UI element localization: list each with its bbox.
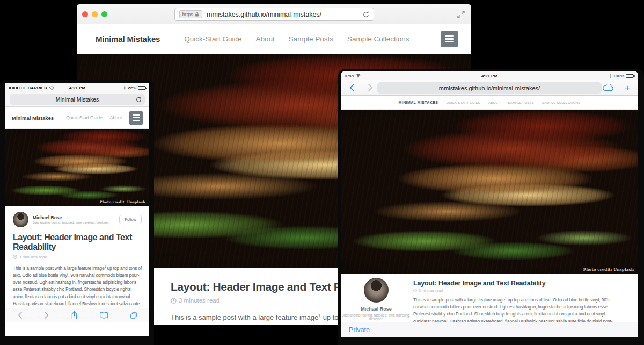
lock-icon: [195, 12, 199, 17]
battery-percent-label: 100%: [613, 74, 624, 78]
site-title[interactable]: Minimal Mistakes: [399, 100, 438, 104]
ipad-url-field[interactable]: mmistakes.github.io/minimal-mistakes/: [377, 82, 602, 94]
nav-link-about[interactable]: About: [110, 115, 122, 120]
nav-link-sample-posts[interactable]: Sample Posts: [508, 101, 534, 104]
nav-link-quick-start[interactable]: Quick-Start Guide: [66, 115, 103, 120]
clock-icon: [13, 255, 17, 259]
forward-button[interactable]: [44, 311, 49, 319]
battery-icon: [138, 86, 146, 90]
clock-icon: [171, 298, 177, 304]
author-row: Michael Rose Just another boring, tattoo…: [13, 212, 142, 227]
bookmarks-icon[interactable]: [99, 312, 108, 319]
author-name: Michael Rose: [33, 215, 109, 220]
refresh-icon[interactable]: [363, 11, 369, 18]
safari-bottom-toolbar: [5, 308, 149, 322]
carrier-label: CARRIER: [28, 85, 47, 90]
bluetooth-icon: [123, 85, 126, 90]
safari-toolbar: mmistakes.github.io/minimal-mistakes/ +: [341, 80, 638, 96]
menu-hamburger-button[interactable]: [129, 111, 143, 125]
author-name: Michael Rose: [341, 306, 411, 312]
author-avatar: [13, 212, 28, 227]
cell-signal-dots-icon: [9, 85, 26, 90]
feature-image-leaves: Photo credit: Unsplash: [5, 129, 149, 206]
composite-stage: https mmistakes.github.io/minimal-mistak…: [0, 0, 644, 345]
author-sidebar: Michael Rose Just another boring, tattoo…: [341, 274, 411, 322]
desktop-site-masthead: Minimal Mistakes Quick-Start Guide About…: [77, 24, 471, 54]
back-button[interactable]: [349, 83, 355, 92]
refresh-icon[interactable]: [136, 97, 142, 103]
minimize-window-button[interactable]: [92, 11, 98, 17]
author-bio: Just another boring, tattooed, time trav…: [33, 221, 109, 224]
desktop-url-bar[interactable]: https mmistakes.github.io/minimal-mistak…: [174, 8, 374, 21]
iphone-post-content: Michael Rose Just another boring, tattoo…: [5, 206, 149, 322]
author-bio: Just another boring, tattooed, time trav…: [341, 313, 411, 321]
device-label: iPad: [345, 74, 354, 78]
nav-link-sample-collections[interactable]: Sample Collections: [542, 101, 580, 104]
ipad-site-masthead: Minimal Mistakes Quick-Start Guide About…: [341, 96, 638, 110]
zoom-window-button[interactable]: [101, 11, 107, 17]
forward-button[interactable]: [368, 83, 374, 92]
desktop-browser-chrome: https mmistakes.github.io/minimal-mistak…: [77, 4, 471, 24]
iphone-url-row: Minimal Mistakes: [5, 92, 149, 107]
back-button[interactable]: [17, 311, 23, 319]
private-button[interactable]: Private: [349, 326, 370, 334]
url-text: mmistakes.github.io/minimal-mistakes/: [439, 85, 540, 91]
status-time: 4:21 PM: [341, 74, 638, 78]
ipad-post-content: Michael Rose Just another boring, tattoo…: [341, 274, 638, 322]
tabs-icon[interactable]: [130, 312, 137, 319]
wifi-icon: [49, 86, 55, 90]
author-avatar: [364, 278, 389, 303]
nav-link-about[interactable]: About: [488, 101, 500, 104]
follow-button[interactable]: Follow: [119, 215, 142, 224]
ipad-status-bar: iPad 4:21 PM 100%: [341, 71, 638, 80]
ipad-device-frame: iPad 4:21 PM 100% mmistakes.github.io/mi…: [338, 69, 644, 345]
url-text[interactable]: mmistakes.github.io/minimal-mistakes/: [207, 11, 362, 18]
bluetooth-icon: [609, 74, 612, 78]
iphone-status-bar: CARRIER 4:21 PM 22%: [5, 83, 149, 92]
close-window-button[interactable]: [82, 11, 88, 17]
read-time-label: 3 minutes read: [19, 255, 47, 260]
post-meta: 3 minutes read: [13, 255, 142, 260]
nav-link-quick-start[interactable]: Quick-Start Guide: [446, 101, 480, 104]
post-paragraph: This is a sample post with a large featu…: [413, 296, 619, 322]
share-icon[interactable]: [71, 311, 78, 320]
read-time-label: 3 minutes read: [179, 297, 219, 304]
photo-credit-label: Photo credit: Unsplash: [583, 267, 634, 272]
site-title[interactable]: Minimal Mistakes: [12, 115, 54, 121]
nav-link-sample-posts[interactable]: Sample Posts: [289, 35, 333, 43]
icloud-icon[interactable]: [602, 84, 614, 91]
read-time-label: 3 minutes read: [419, 289, 443, 292]
https-label: https: [182, 11, 194, 17]
iphone-site-masthead: Minimal Mistakes Quick-Start Guide About: [5, 107, 149, 129]
iphone-device-frame: CARRIER 4:21 PM 22% Minimal Mistakes: [0, 80, 154, 345]
wifi-icon: [355, 74, 361, 78]
post-title: Layout: Header Image and Text Readabilit…: [413, 279, 619, 287]
post-meta: 3 minutes read: [413, 289, 619, 292]
site-title[interactable]: Minimal Mistakes: [96, 34, 160, 44]
post-title: Layout: Header Image and Text Readabilit…: [13, 233, 142, 253]
ipad-screen: iPad 4:21 PM 100% mmistakes.github.io/mi…: [341, 71, 638, 337]
new-tab-icon[interactable]: +: [625, 83, 630, 92]
nav-link-sample-collections[interactable]: Sample Collections: [347, 35, 409, 43]
private-browsing-bar: Private: [341, 322, 638, 337]
iphone-screen: CARRIER 4:21 PM 22% Minimal Mistakes: [5, 83, 149, 336]
iphone-url-title: Minimal Mistakes: [56, 96, 99, 103]
iphone-url-field[interactable]: Minimal Mistakes: [10, 94, 145, 105]
nav-link-about[interactable]: About: [255, 35, 274, 43]
nav-link-quick-start[interactable]: Quick-Start Guide: [184, 35, 241, 43]
battery-percent-label: 22%: [128, 85, 136, 90]
feature-image-leaves: Photo credit: Unsplash: [341, 110, 638, 274]
fullscreen-expand-icon[interactable]: [457, 11, 465, 18]
menu-hamburger-button[interactable]: [441, 31, 458, 47]
clock-icon: [413, 289, 417, 292]
window-traffic-lights: [82, 11, 107, 17]
battery-icon: [626, 74, 634, 78]
https-badge: https: [179, 10, 203, 18]
photo-credit-label: Photo credit: Unsplash: [100, 200, 145, 204]
